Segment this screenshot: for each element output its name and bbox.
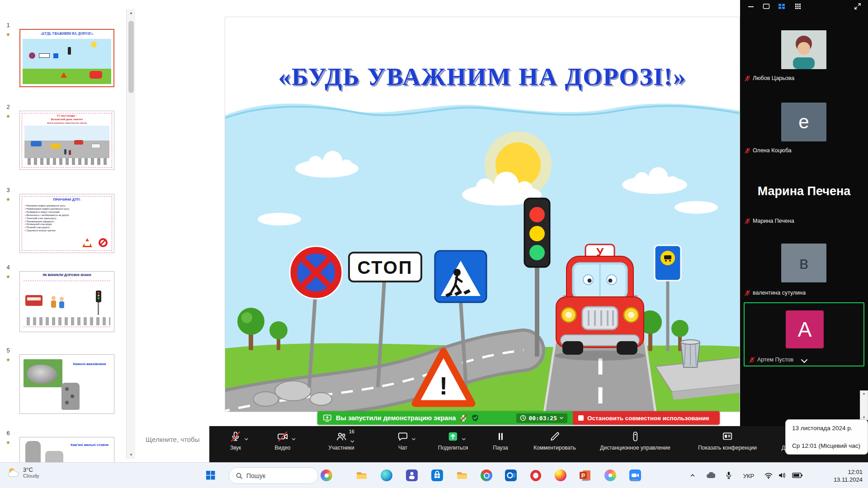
windows-logo-icon bbox=[206, 471, 215, 480]
microsoft-store-icon[interactable] bbox=[431, 469, 443, 482]
taskbar: 3°C Cloudy Пошук bbox=[0, 462, 868, 488]
thumbnail-2-preview bbox=[24, 126, 109, 165]
chevron-down-icon[interactable] bbox=[462, 437, 466, 441]
start-button[interactable] bbox=[204, 469, 217, 482]
weather-condition: Cloudy bbox=[23, 473, 39, 479]
clock-tooltip: 13 листопада 2024 р. Ср 12:01 (Місцевий … bbox=[785, 419, 868, 455]
chevron-down-icon[interactable] bbox=[291, 437, 296, 441]
collapse-videos-button[interactable] bbox=[799, 358, 809, 366]
teams-icon[interactable] bbox=[406, 469, 418, 482]
annotate-button[interactable]: Комментировать bbox=[533, 431, 576, 451]
chrome-icon[interactable] bbox=[480, 469, 493, 482]
slide-number: 2 bbox=[3, 103, 14, 110]
opera-icon[interactable] bbox=[529, 469, 542, 482]
audio-label: Звук bbox=[230, 445, 241, 451]
animation-star-icon: ★ bbox=[3, 113, 14, 119]
zoom-participants-panel: Любов Царьова e Олена Коцюба Марина Пече… bbox=[740, 0, 868, 462]
participants-button[interactable]: 16 Участники bbox=[328, 431, 354, 451]
tray-mic-icon[interactable] bbox=[725, 471, 732, 479]
presentation-slide: «БУДЬ УВАЖНИМ НА ДОРОЗІ!» bbox=[225, 17, 740, 412]
chat-button[interactable]: Чат bbox=[397, 431, 409, 451]
participant-video-maryna[interactable]: Марина Печена bbox=[740, 184, 868, 198]
camera-icon bbox=[277, 431, 288, 442]
tray-chevron-up-icon[interactable] bbox=[689, 472, 696, 479]
firefox-icon[interactable] bbox=[554, 469, 567, 482]
chevron-down-icon[interactable] bbox=[350, 440, 354, 443]
clock-icon bbox=[520, 415, 526, 421]
fullscreen-icon[interactable] bbox=[854, 3, 861, 10]
file-explorer-icon[interactable] bbox=[355, 469, 368, 482]
grid-view-icon[interactable] bbox=[794, 3, 802, 10]
photos-app-icon[interactable] bbox=[604, 469, 617, 482]
slide-thumbnail-4[interactable]: ЯК ВИНИКЛИ ДОРОЖНІ ЗНАКИ bbox=[19, 271, 114, 332]
chevron-down-icon[interactable] bbox=[411, 437, 416, 441]
avatar-initial: в bbox=[799, 253, 808, 273]
widgets-flower-icon[interactable] bbox=[320, 469, 333, 482]
tooltip-time: Ср 12:01 (Місцевий час) bbox=[792, 442, 861, 449]
onedrive-cloud-icon[interactable] bbox=[706, 472, 715, 479]
participant-video-valentyna[interactable]: в bbox=[781, 244, 826, 282]
thumb3-title: ПРИЧИНИ ДТП: bbox=[22, 197, 112, 202]
chevron-down-icon[interactable] bbox=[244, 437, 249, 441]
language-indicator[interactable]: УКР bbox=[741, 472, 757, 480]
powerpoint-icon[interactable]: P bbox=[579, 469, 592, 482]
zoom-app-icon[interactable] bbox=[629, 469, 642, 482]
taskbar-search[interactable]: Пошук bbox=[229, 467, 318, 484]
participant-name-row: валентина сутулина bbox=[745, 290, 806, 296]
pencil-icon bbox=[549, 431, 561, 442]
thumb2-line2: Всесвітній день пам'яті bbox=[20, 118, 114, 121]
share-button[interactable]: Поделиться bbox=[438, 431, 468, 451]
window-scrollbar[interactable]: ▲ ▼ bbox=[860, 390, 868, 420]
participant-video-lyubov[interactable] bbox=[781, 30, 826, 69]
pause-icon bbox=[495, 431, 506, 442]
scroll-up-icon[interactable]: ▲ bbox=[860, 392, 868, 395]
slide-number: 4 bbox=[3, 264, 14, 271]
wifi-icon[interactable] bbox=[764, 472, 773, 479]
security-shield-icon[interactable] bbox=[471, 414, 479, 422]
slide-thumbnail-2[interactable]: 17 листопада – Всесвітній день пам'яті ж… bbox=[19, 111, 114, 170]
folder-icon[interactable] bbox=[456, 469, 468, 482]
scroll-up-icon[interactable]: ▲ bbox=[127, 9, 136, 17]
speaker-view-icon[interactable] bbox=[763, 3, 770, 10]
show-meetings-button[interactable]: Показать конференции bbox=[698, 431, 757, 451]
share-timer[interactable]: 00:03:25 bbox=[516, 413, 567, 423]
thumb1-title: «БУДЬ УВАЖНИМ НА ДОРОЗІ!» bbox=[22, 32, 112, 36]
participant-name-row: Любов Царьова bbox=[745, 75, 794, 81]
video-button[interactable]: Видео bbox=[274, 431, 290, 451]
muted-mic-icon bbox=[745, 75, 750, 81]
edge-browser-icon[interactable] bbox=[380, 469, 393, 482]
remote-control-icon bbox=[629, 431, 641, 442]
slide-thumbnail-3[interactable]: ПРИЧИНИ ДТП: ✓Незнання правил дорожнього… bbox=[19, 194, 114, 253]
share-timer-value: 00:03:25 bbox=[528, 415, 557, 422]
thumbnails-scrollbar[interactable]: ▲ ▼ bbox=[126, 9, 135, 459]
scrollbar-thumb[interactable] bbox=[128, 21, 134, 93]
participant-video-artem[interactable]: А Артем Пустов bbox=[744, 302, 864, 366]
stop-icon bbox=[578, 415, 584, 421]
participant-video-olena[interactable]: e bbox=[781, 103, 826, 141]
svg-text:P: P bbox=[581, 473, 585, 479]
remote-control-button[interactable]: Дистанционное управление bbox=[600, 431, 670, 451]
participant-name: Марина Печена bbox=[753, 218, 794, 224]
slide-thumbnail-5[interactable]: Камені-вказівники bbox=[19, 354, 114, 414]
muted-mic-icon bbox=[745, 148, 750, 154]
gallery-view-icon[interactable] bbox=[778, 3, 785, 10]
scroll-down-icon[interactable]: ▼ bbox=[127, 451, 136, 459]
slide-thumbnail-1[interactable]: «БУДЬ УВАЖНИМ НА ДОРОЗІ!» bbox=[19, 29, 114, 87]
taskbar-clock[interactable]: 12:01 13.11.2024 bbox=[834, 468, 863, 483]
muted-mic-icon bbox=[745, 290, 750, 296]
share-banner-message: Вы запустили демонстрацию экрана bbox=[336, 414, 456, 422]
scroll-down-icon[interactable]: ▼ bbox=[860, 416, 868, 419]
audio-button[interactable]: Звук bbox=[230, 431, 241, 451]
battery-icon[interactable] bbox=[792, 472, 803, 479]
volume-icon[interactable] bbox=[778, 472, 787, 479]
search-placeholder: Пошук bbox=[246, 472, 265, 479]
warning-mark-text: ! bbox=[439, 371, 448, 400]
stop-share-button[interactable]: Остановить совместное использование bbox=[573, 411, 720, 425]
outlook-icon[interactable] bbox=[505, 469, 517, 482]
slide-number: 1 bbox=[3, 22, 14, 28]
thumbnail-5-preview bbox=[20, 355, 114, 413]
weather-widget[interactable]: 3°C Cloudy bbox=[6, 466, 39, 479]
notes-placeholder[interactable]: Щелкните, чтобы bbox=[146, 436, 200, 443]
pause-share-button[interactable]: Пауза bbox=[493, 431, 508, 451]
minimize-icon[interactable] bbox=[747, 3, 755, 10]
